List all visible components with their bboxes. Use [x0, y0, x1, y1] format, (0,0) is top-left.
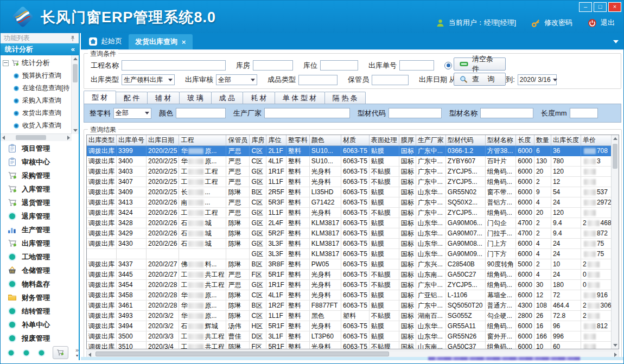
sidebar-item-cart[interactable]: 入库管理 — [1, 182, 79, 196]
sidebar-item-folder[interactable]: 财务管理 — [1, 291, 79, 304]
tree-item[interactable]: 在途信息查询[待 — [1, 82, 72, 94]
table-row[interactable]: 调拨出库34292020/2/26石城陈琳G区5R2F整料KLM38176063… — [87, 228, 619, 239]
tree-horizontal-scrollbar[interactable] — [1, 133, 72, 141]
column-header[interactable]: 出库长度 — [551, 135, 581, 146]
sidebar-item-cart[interactable]: 采购管理 — [1, 169, 79, 182]
sidebar-item-dot[interactable]: 物料盘存 — [1, 277, 79, 291]
outbound-audit-select[interactable]: 全部 — [216, 74, 257, 85]
table-row[interactable]: 调拨出库34932020/3/2华原...陈琳C区1L1F整料黑色塑料不贴膜国标… — [87, 311, 619, 321]
location-input[interactable] — [320, 60, 358, 71]
material-tab[interactable]: 成 品 — [211, 92, 244, 104]
column-header[interactable]: 数量 — [534, 135, 551, 146]
outbound-no-input[interactable] — [399, 60, 434, 71]
sidebar-item-chart[interactable]: 生产管理 — [1, 223, 79, 237]
pin-icon[interactable] — [70, 35, 75, 41]
sidebar-item-clipboard[interactable]: 审核中心 — [1, 155, 79, 169]
tree-root[interactable]: 统计分析 — [1, 55, 72, 69]
table-row[interactable]: 调拨出库34372020/2/27佛料...陈琳B区3R8F整料PW056063… — [87, 259, 619, 270]
tab-list-dropdown-icon[interactable] — [613, 40, 619, 43]
overflow-chevron[interactable]: »▾ — [75, 348, 79, 358]
column-header[interactable]: 库位 — [266, 135, 286, 146]
material-tab[interactable]: 单 体 型 材 — [275, 92, 325, 104]
table-vertical-scrollbar[interactable] — [611, 135, 619, 349]
table-row[interactable]: 调拨出库34132020/2/26南...严思C区5R3F整料G71422606… — [87, 197, 619, 208]
column-header[interactable]: 材质 — [341, 135, 370, 146]
manufacturer-input[interactable] — [264, 108, 350, 118]
logout-link[interactable]: 退出 — [601, 18, 615, 28]
tab-close-icon[interactable]: × — [182, 38, 186, 46]
change-password-link[interactable]: 修改密码 — [544, 18, 572, 28]
clear-conditions-button[interactable]: 清空条件 — [454, 58, 506, 71]
column-header[interactable]: 型材代码 — [445, 135, 485, 146]
table-row[interactable]: 调拨出库34612020/2/28华原...陈琳B区1R2F整料F8877FT6… — [87, 301, 619, 311]
table-row[interactable]: 调拨出库34452020/2/27工共工程严思F区5R1F整料光身料6063-T… — [87, 270, 619, 280]
column-header[interactable]: 出库单号 — [117, 135, 147, 146]
tree-item[interactable]: 预算执行查询 — [1, 69, 72, 82]
search-button[interactable]: 查 询 — [454, 73, 506, 86]
table-row[interactable]: 调拨出库34302020/2/26石城陈琳G区3L3F整料KLM38176063… — [87, 239, 619, 249]
minimize-button[interactable]: – — [579, 2, 592, 12]
column-header[interactable]: 整零料 — [286, 135, 309, 146]
column-header[interactable]: 生产厂家 — [416, 135, 445, 146]
outbound-type-select[interactable]: 生产领料出库 — [122, 74, 175, 85]
sidebar-item-dot[interactable]: 退库管理 — [1, 209, 79, 223]
profile-code-input[interactable] — [389, 108, 442, 118]
tree-item[interactable]: 发货出库查询 — [1, 107, 72, 119]
column-header[interactable]: 表面处理 — [369, 135, 399, 146]
keeper-input[interactable] — [372, 75, 409, 85]
color-input[interactable] — [176, 108, 226, 118]
table-row[interactable]: 调拨出库35002020/3/3工共工程曹佳D区3L1F整料LT3P606063… — [87, 331, 619, 342]
tree-item[interactable]: 采购入库查询 — [1, 94, 72, 107]
cart-button[interactable] — [53, 346, 68, 359]
material-tab[interactable]: 型 材 — [84, 91, 116, 104]
material-tab[interactable]: 隔 热 条 — [324, 92, 366, 104]
material-tab[interactable]: 耗 材 — [243, 92, 275, 104]
product-type-input[interactable] — [298, 75, 338, 85]
collapse-icon[interactable]: « — [71, 43, 75, 55]
sidebar-section-header[interactable]: 统计分析 « — [1, 43, 79, 55]
tree-item[interactable]: 收货入库查询 — [1, 119, 72, 132]
table-row[interactable]: 调拨出库34942020/3/2石辉城汤伟H区5R1F整料光身料6063-T5贴… — [87, 321, 619, 331]
tree-vertical-scrollbar[interactable] — [71, 55, 79, 134]
table-row[interactable]: G区3L3F整料KLM38176063-T5贴膜国标山东华...GA90M09.… — [87, 249, 619, 259]
column-header[interactable]: 库房 — [250, 135, 266, 146]
sidebar-item-dot[interactable]: 结转管理 — [1, 304, 79, 318]
table-row[interactable]: 调拨出库35102020/3/4工共工程陈琳F区5R1F整料光身料6063-T5… — [87, 342, 619, 350]
length-mm-input[interactable] — [570, 108, 598, 118]
table-row[interactable]: 调拨出库34542020/2/28工共工程严思G区1R1F整料光身料6063-T… — [87, 280, 619, 290]
column-header[interactable]: 型材名称 — [485, 135, 515, 146]
tab-home[interactable]: 起始页 — [82, 33, 129, 49]
tree-expander-icon[interactable] — [3, 60, 9, 66]
sidebar-item-basket[interactable]: 仓储管理 — [1, 264, 79, 277]
dot-icon[interactable] — [22, 349, 30, 357]
date-to-picker[interactable]: 2020/ 3/16 — [518, 74, 557, 85]
table-row[interactable]: 调拨出库34032020/2/25工工程严思G区1R1F整料光身料6063-T5… — [87, 167, 619, 177]
table-row[interactable]: 调拨出库33992020/2/25华原...严思C区2L1F整料SU10...6… — [87, 146, 619, 156]
column-header[interactable]: 出库日期 — [147, 135, 179, 146]
column-header[interactable]: 颜色 — [309, 135, 341, 146]
warehouse-input[interactable] — [253, 60, 293, 71]
column-header[interactable]: 膜厚 — [399, 135, 416, 146]
whole-part-select[interactable]: 全部 — [113, 108, 151, 119]
column-header[interactable]: 出库类型 — [87, 135, 117, 146]
sidebar-item-clipboard[interactable]: 项目管理 — [1, 142, 79, 155]
column-header[interactable]: 长度 — [516, 135, 534, 146]
material-tab[interactable]: 玻 璃 — [179, 92, 212, 104]
table-row[interactable]: 调拨出库34582020/2/28华原...陈琳C区4L1F整料光身料6063-… — [87, 290, 619, 301]
dot-icon[interactable] — [7, 349, 15, 357]
table-row[interactable]: 调拨出库34242020/2/26工工程严思G区1L1F整料光身料6063-T5… — [87, 208, 619, 218]
tab-shipping-outbound-query[interactable]: 发货出库查询 × — [129, 34, 193, 49]
maximize-button[interactable]: □ — [594, 2, 607, 12]
project-name-input[interactable] — [122, 60, 226, 71]
sidebar-item-dot[interactable]: 补单中心 — [1, 318, 79, 331]
table-row[interactable]: 调拨出库34072020/2/25工工程严思G区1L1F整料光身料6063-T5… — [87, 177, 619, 187]
close-button[interactable]: × — [608, 2, 621, 12]
sidebar-item-dot[interactable]: 工地管理 — [1, 250, 79, 264]
sidebar-item-cart[interactable]: 出库管理 — [1, 237, 79, 250]
sidebar-item-cart[interactable]: 退货管理 — [1, 196, 79, 209]
table-row[interactable]: 调拨出库34092020/2/25长...陈琳B区2R5F整料LI35HD606… — [87, 187, 619, 197]
column-header[interactable]: 保管员 — [226, 135, 250, 146]
radio-gongzhuang[interactable] — [444, 62, 452, 69]
material-tab[interactable]: 配 件 — [116, 92, 148, 104]
profile-name-input[interactable] — [480, 108, 533, 118]
